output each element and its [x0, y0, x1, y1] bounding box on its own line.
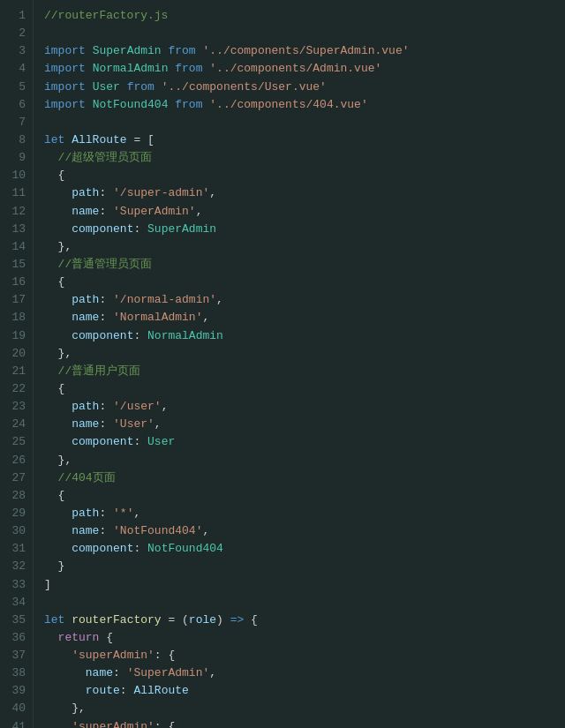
token-plain	[44, 222, 72, 236]
code-line: },	[44, 238, 565, 256]
line-number: 2	[0, 25, 26, 42]
token-plain: },	[44, 454, 72, 467]
token-plain: = (	[162, 613, 189, 627]
token-plain	[44, 507, 72, 520]
code-line: import NotFound404 from '../components/4…	[44, 96, 565, 114]
token-plain: :	[133, 435, 147, 448]
line-number: 11	[0, 184, 26, 202]
token-prop: path	[72, 400, 99, 413]
token-plain: },	[44, 347, 72, 360]
code-line: 'superAdmin': {	[44, 647, 565, 664]
token-str: 'SuperAdmin'	[127, 666, 210, 679]
token-str: '/user'	[113, 400, 162, 413]
code-line: import SuperAdmin from '../components/Su…	[44, 42, 565, 60]
code-line: path: '/user',	[44, 398, 565, 416]
token-kw-let: let	[44, 613, 64, 627]
token-prop: path	[72, 186, 99, 199]
code-line: },	[44, 452, 565, 469]
token-plain	[223, 613, 230, 627]
token-plain: {	[44, 169, 64, 182]
code-content: //routerFactory.js import SuperAdmin fro…	[34, 0, 565, 728]
token-str: '/normal-admin'	[113, 293, 216, 306]
line-number: 30	[0, 522, 26, 540]
code-line: path: '*',	[44, 505, 565, 522]
line-number: 32	[0, 558, 26, 575]
token-plain: :	[99, 524, 113, 537]
code-line: path: '/normal-admin',	[44, 291, 565, 309]
token-plain	[44, 720, 72, 728]
token-prop: component	[72, 329, 133, 342]
line-number: 38	[0, 664, 26, 682]
token-plain	[44, 471, 58, 484]
token-plain: = [	[127, 133, 154, 146]
token-plain: : {	[154, 720, 175, 728]
token-arrow: =>	[230, 613, 245, 627]
line-number: 10	[0, 167, 26, 184]
token-plain: :	[99, 293, 113, 306]
code-line: },	[44, 345, 565, 363]
line-number: 12	[0, 203, 26, 221]
line-number: 6	[0, 96, 26, 114]
token-plain: : {	[154, 649, 175, 662]
token-plain: {	[44, 382, 64, 395]
token-cls: NotFound404	[147, 542, 223, 555]
token-plain: :	[99, 311, 113, 324]
line-number: 37	[0, 647, 26, 664]
token-plain	[86, 44, 93, 57]
token-plain	[44, 435, 72, 448]
token-plain	[44, 311, 72, 324]
code-line	[44, 594, 565, 612]
token-str: 'NotFound404'	[113, 524, 202, 537]
token-str: '*'	[113, 507, 133, 520]
token-kw-import: import	[44, 98, 86, 111]
token-prop: name	[72, 311, 99, 324]
token-prop: component	[72, 542, 133, 555]
token-plain	[44, 666, 86, 679]
token-kw-comment: //普通用户页面	[58, 364, 141, 378]
line-number: 28	[0, 487, 26, 505]
token-plain: ,	[216, 293, 223, 306]
token-plain	[44, 364, 58, 378]
token-plain: },	[44, 702, 86, 715]
code-line: //routerFactory.js	[44, 7, 565, 25]
code-line: route: AllRoute	[44, 682, 565, 700]
code-line	[44, 114, 565, 131]
line-number: 9	[0, 149, 26, 167]
line-number: 19	[0, 327, 26, 345]
token-param: AllRoute	[72, 133, 126, 146]
token-plain: :	[99, 400, 113, 413]
line-number: 23	[0, 398, 26, 416]
token-plain	[44, 205, 72, 218]
line-number: 40	[0, 700, 26, 717]
token-plain: ,	[202, 524, 209, 537]
token-plain	[44, 400, 72, 413]
token-kw-import: import	[44, 80, 86, 94]
token-plain	[86, 62, 93, 75]
line-number: 4	[0, 60, 26, 78]
token-plain	[44, 151, 58, 164]
token-plain: {	[44, 275, 64, 289]
line-number: 17	[0, 291, 26, 309]
token-plain: :	[99, 205, 113, 218]
token-prop: name	[86, 666, 113, 679]
line-number: 13	[0, 221, 26, 238]
token-plain	[44, 186, 72, 199]
code-line: {	[44, 274, 565, 291]
code-line: name: 'SuperAdmin',	[44, 203, 565, 221]
token-plain	[44, 524, 72, 537]
token-str: '/super-admin'	[113, 186, 209, 199]
code-line: //404页面	[44, 469, 565, 487]
code-line: 'superAdmin': {	[44, 718, 565, 728]
line-number: 34	[0, 594, 26, 612]
token-prop: path	[72, 507, 99, 520]
token-str: '../components/User.vue'	[162, 80, 327, 94]
token-plain: }	[44, 559, 64, 573]
line-number: 18	[0, 309, 26, 326]
code-line: //普通用户页面	[44, 363, 565, 380]
code-line: import NormalAdmin from '../components/A…	[44, 60, 565, 78]
code-line: component: User	[44, 433, 565, 451]
token-kw-comment: //普通管理员页面	[58, 258, 153, 271]
line-number: 14	[0, 238, 26, 256]
code-editor: 1234567891011121314151617181920212223242…	[0, 0, 565, 728]
token-plain: :	[99, 507, 113, 520]
